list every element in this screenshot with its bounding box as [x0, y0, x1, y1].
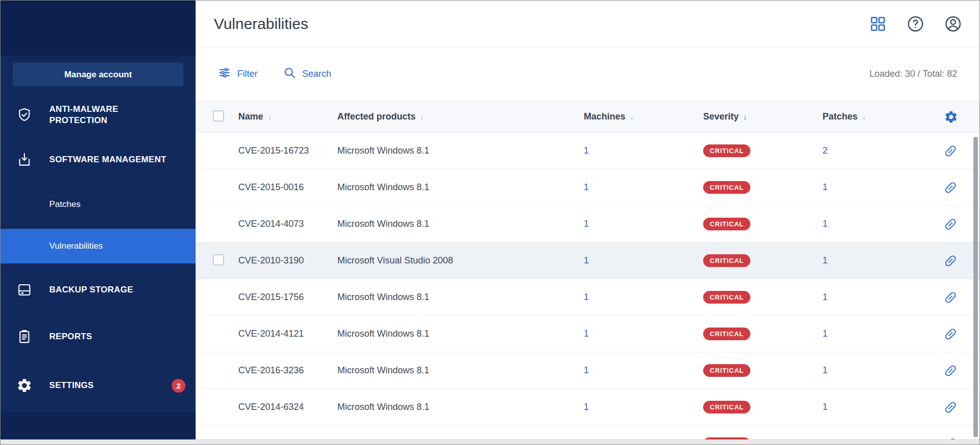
- patches-link[interactable]: 1: [823, 329, 828, 339]
- affected-product: Microsoft Windows 8.1: [337, 365, 584, 376]
- vulnerability-name: CVE-2016-3236: [238, 365, 337, 376]
- sidebar-item-software-management[interactable]: SOFTWARE MANAGEMENT: [1, 137, 196, 182]
- sidebar: Manage account ANTI-MALWARE PROTECTION S…: [1, 1, 196, 439]
- severity-badge: CRITICAL: [703, 254, 750, 267]
- severity-badge: CRITICAL: [703, 401, 750, 413]
- patches-link[interactable]: 1: [823, 365, 828, 375]
- software-download-icon: [16, 151, 33, 168]
- sidebar-item-anti-malware-protection[interactable]: ANTI-MALWARE PROTECTION: [1, 93, 196, 137]
- scrollbar-thumb[interactable]: [973, 137, 978, 437]
- install-patch-icon[interactable]: [943, 143, 958, 159]
- horizontal-scrollbar-track[interactable]: [1, 439, 979, 444]
- table-row[interactable]: CVE-2010-3190 Microsoft Visual Studio 20…: [196, 243, 979, 279]
- machines-link[interactable]: 1: [584, 365, 589, 375]
- vulnerability-name: CVE-2015-0016: [238, 182, 337, 193]
- install-patch-icon[interactable]: [943, 436, 958, 440]
- sidebar-item-label: BACKUP STORAGE: [49, 284, 133, 295]
- affected-product: Microsoft Windows 8.1: [337, 292, 584, 303]
- sort-icon: ↓: [268, 112, 272, 121]
- main-content: Vulnerabilities: [196, 1, 979, 439]
- select-all-checkbox[interactable]: [213, 110, 224, 122]
- column-settings-gear-icon[interactable]: [944, 110, 958, 124]
- affected-product: Microsoft Windows 8.1: [337, 402, 584, 412]
- sidebar-item-label: SETTINGS: [49, 380, 93, 391]
- table-row[interactable]: CVE-2016-3236 Microsoft Windows 8.1 1 CR…: [196, 352, 979, 389]
- table-row[interactable]: CVE-2014-4121 Microsoft Windows 8.1 1 CR…: [196, 316, 979, 352]
- row-checkbox[interactable]: [213, 254, 224, 265]
- vulnerability-name: CVE-2014-6324: [238, 402, 337, 412]
- shield-check-icon: [16, 106, 33, 124]
- account-icon[interactable]: [944, 15, 962, 33]
- manage-account-button[interactable]: Manage account: [13, 63, 183, 86]
- column-header-patches[interactable]: Patches ↓: [823, 111, 937, 122]
- sort-icon: ↓: [420, 112, 424, 121]
- install-patch-icon[interactable]: [943, 327, 958, 342]
- install-patch-icon[interactable]: [943, 363, 958, 378]
- settings-count-badge: 2: [172, 379, 185, 393]
- install-patch-icon[interactable]: [943, 253, 958, 269]
- sort-icon-active: ↓: [743, 112, 747, 121]
- severity-badge: CRITICAL: [703, 291, 750, 304]
- sidebar-item-reports[interactable]: REPORTS: [1, 316, 196, 357]
- install-patch-icon[interactable]: [943, 217, 958, 232]
- patches-link[interactable]: 1: [823, 402, 828, 412]
- search-button[interactable]: Search: [283, 66, 331, 82]
- severity-badge: CRITICAL: [703, 437, 750, 439]
- machines-link[interactable]: 1: [584, 329, 589, 339]
- apps-grid-icon[interactable]: [869, 15, 887, 33]
- table-row[interactable]: CVE-2014-4073 Microsoft Windows 8.1 1 CR…: [196, 206, 979, 243]
- vulnerability-name: CVE-2014-4121: [238, 329, 337, 339]
- sidebar-item-settings[interactable]: SETTINGS 2: [1, 365, 196, 406]
- column-header-affected-products[interactable]: Affected products ↓: [337, 111, 584, 122]
- table-row-partial[interactable]: CRITICAL: [196, 426, 979, 439]
- sidebar-nav: ANTI-MALWARE PROTECTION SOFTWARE MANAGEM…: [1, 93, 196, 406]
- table-row[interactable]: CVE-2015-16723 Microsoft Windows 8.1 1 C…: [196, 133, 979, 169]
- app-window: Manage account ANTI-MALWARE PROTECTION S…: [0, 0, 980, 445]
- search-label: Search: [302, 69, 331, 79]
- patches-link[interactable]: 1: [823, 292, 828, 302]
- patches-link[interactable]: 1: [823, 219, 828, 229]
- machines-link[interactable]: 1: [584, 182, 589, 192]
- table-row[interactable]: CVE-2015-1756 Microsoft Windows 8.1 1 CR…: [196, 279, 979, 316]
- column-header-machines[interactable]: Machines ↓: [584, 111, 703, 122]
- severity-badge: CRITICAL: [703, 364, 750, 377]
- table-row[interactable]: CVE-2015-0016 Microsoft Windows 8.1 1 CR…: [196, 169, 979, 206]
- sidebar-item-label: ANTI-MALWARE PROTECTION: [49, 104, 176, 127]
- table-row[interactable]: CVE-2014-6324 Microsoft Windows 8.1 1 CR…: [196, 389, 979, 426]
- sidebar-footer-band: [1, 413, 196, 439]
- vulnerability-name: CVE-2014-4073: [238, 219, 337, 229]
- machines-link[interactable]: 1: [584, 255, 589, 265]
- install-patch-icon[interactable]: [943, 400, 958, 415]
- sidebar-item-backup-storage[interactable]: BACKUP STORAGE: [1, 270, 196, 310]
- patches-link[interactable]: 1: [823, 255, 828, 265]
- install-patch-icon[interactable]: [943, 290, 958, 305]
- machines-link[interactable]: 1: [584, 292, 589, 302]
- help-icon[interactable]: [906, 15, 925, 33]
- vulnerability-name: CVE-2015-16723: [238, 145, 337, 156]
- affected-product: Microsoft Windows 8.1: [337, 182, 584, 193]
- filter-button[interactable]: Filter: [218, 66, 258, 82]
- column-header-severity[interactable]: Severity ↓: [703, 111, 823, 122]
- severity-badge: CRITICAL: [703, 328, 750, 340]
- sort-icon: ↓: [630, 112, 634, 121]
- toolbar: Filter Search Loaded: 30 / Total: 82: [196, 47, 979, 101]
- loaded-total-count: Loaded: 30 / Total: 82: [869, 69, 957, 79]
- vulnerability-name: CVE-2010-3190: [238, 255, 337, 266]
- storage-drive-icon: [16, 281, 33, 299]
- sidebar-item-patches[interactable]: Patches: [1, 190, 196, 219]
- sort-icon: ↓: [862, 112, 866, 121]
- machines-link[interactable]: 1: [584, 219, 589, 229]
- content-row: Manage account ANTI-MALWARE PROTECTION S…: [1, 1, 979, 439]
- patches-link[interactable]: 1: [823, 182, 828, 192]
- vulnerability-name: CVE-2015-1756: [238, 292, 337, 303]
- install-patch-icon[interactable]: [943, 180, 958, 195]
- severity-badge: CRITICAL: [703, 181, 750, 194]
- page-title: Vulnerabilities: [214, 15, 308, 33]
- column-header-name[interactable]: Name ↓: [238, 111, 337, 122]
- patches-link[interactable]: 2: [823, 145, 828, 156]
- gear-icon: [16, 377, 33, 394]
- vertical-scrollbar[interactable]: [973, 137, 978, 437]
- sidebar-item-vulnerabilities[interactable]: Vulnerabilities: [1, 229, 196, 263]
- machines-link[interactable]: 1: [584, 402, 589, 412]
- machines-link[interactable]: 1: [584, 145, 589, 156]
